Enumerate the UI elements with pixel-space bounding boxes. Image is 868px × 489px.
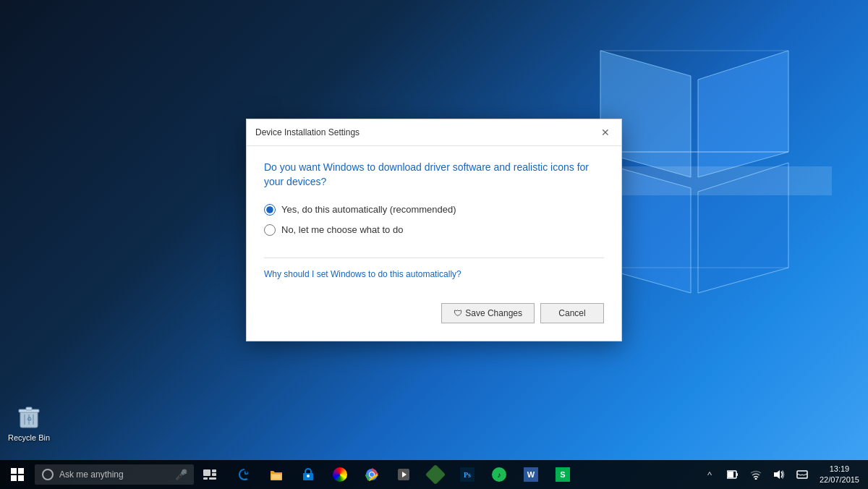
volume-svg <box>773 469 785 480</box>
cortana-icon <box>42 469 54 480</box>
why-link[interactable]: Why should I set Windows to do this auto… <box>264 269 461 279</box>
dialog-titlebar: Device Installation Settings ✕ <box>247 119 621 146</box>
taskbar-media[interactable] <box>388 460 420 489</box>
taskbar-photoshop[interactable]: Ps <box>451 460 483 489</box>
battery-icon[interactable] <box>721 460 744 489</box>
option-yes[interactable]: Yes, do this automatically (recommended) <box>264 204 604 216</box>
dialog-overlay: Device Installation Settings ✕ Do you wa… <box>0 0 868 460</box>
save-changes-button[interactable]: 🛡 Save Changes <box>441 303 535 323</box>
svg-rect-35 <box>736 473 738 476</box>
mic-icon[interactable]: 🎤 <box>175 469 187 480</box>
cortana-app-icon <box>333 467 347 482</box>
svg-rect-16 <box>18 468 24 474</box>
svg-rect-17 <box>11 475 17 481</box>
wifi-svg <box>750 469 762 480</box>
option-yes-label: Yes, do this automatically (recommended) <box>281 204 456 215</box>
task-view-button[interactable] <box>194 460 226 489</box>
taskbar-edge[interactable] <box>229 460 260 489</box>
taskbar-system-tray: ^ <box>698 460 868 489</box>
photoshop-icon: Ps <box>460 467 475 482</box>
taskbar-word[interactable]: W <box>515 460 547 489</box>
option-yes-radio[interactable] <box>264 204 276 216</box>
windows-start-icon <box>11 468 24 481</box>
dialog-title: Device Installation Settings <box>255 127 359 137</box>
svg-point-36 <box>754 478 757 480</box>
explorer-icon <box>269 467 284 482</box>
svg-rect-15 <box>11 468 17 474</box>
dialog-close-button[interactable]: ✕ <box>598 125 613 140</box>
option-no-radio[interactable] <box>264 224 276 236</box>
ubisoft-icon <box>425 464 446 485</box>
desktop: ♻ Recycle Bin Device Installation Settin… <box>0 0 868 489</box>
dialog-question: Do you want Windows to download driver s… <box>264 161 604 189</box>
cancel-button[interactable]: Cancel <box>540 303 604 323</box>
clock-time: 13:19 <box>830 464 850 475</box>
svg-rect-25 <box>272 475 281 479</box>
dialog-body: Do you want Windows to download driver s… <box>247 146 621 340</box>
taskbar-app1[interactable] <box>324 460 356 489</box>
svg-point-30 <box>370 472 374 477</box>
chrome-icon <box>365 467 379 482</box>
start-button[interactable] <box>0 460 35 489</box>
battery-svg <box>727 470 739 479</box>
taskbar-chrome[interactable] <box>356 460 388 489</box>
save-label: Save Changes <box>465 308 522 318</box>
svg-rect-22 <box>203 477 208 480</box>
taskbar-search[interactable]: Ask me anything 🎤 <box>35 464 194 485</box>
taskbar-ubisoft[interactable] <box>420 460 451 489</box>
svg-rect-18 <box>18 475 24 481</box>
svg-rect-34 <box>728 472 733 477</box>
system-tray-expand[interactable]: ^ <box>698 460 721 489</box>
search-text: Ask me anything <box>59 469 124 480</box>
svg-marker-37 <box>774 470 780 479</box>
spotify-icon: ♪ <box>492 467 506 482</box>
notifications-icon[interactable] <box>791 460 814 489</box>
word-icon: W <box>524 467 538 482</box>
dialog-footer: 🛡 Save Changes Cancel <box>264 297 604 326</box>
dialog-options: Yes, do this automatically (recommended)… <box>264 204 604 236</box>
svg-rect-20 <box>212 469 216 472</box>
taskbar-app-s[interactable]: S <box>547 460 579 489</box>
svg-point-27 <box>307 475 310 477</box>
store-icon <box>301 467 315 482</box>
dialog-link-area: Why should I set Windows to do this auto… <box>264 258 604 289</box>
svg-rect-19 <box>203 469 210 476</box>
task-view-icon <box>203 469 216 480</box>
taskbar-clock[interactable]: 13:19 22/07/2015 <box>814 460 865 489</box>
wifi-icon[interactable] <box>744 460 767 489</box>
shield-icon: 🛡 <box>454 308 462 318</box>
svg-rect-23 <box>209 477 216 480</box>
device-installation-dialog: Device Installation Settings ✕ Do you wa… <box>246 119 622 341</box>
taskbar-explorer[interactable] <box>260 460 292 489</box>
taskbar: Ask me anything 🎤 <box>0 460 868 489</box>
taskbar-store[interactable] <box>292 460 324 489</box>
volume-icon[interactable] <box>767 460 791 489</box>
option-no-label: No, let me choose what to do <box>281 224 403 235</box>
svg-rect-21 <box>212 473 216 476</box>
clock-date: 22/07/2015 <box>820 475 859 485</box>
app-s-icon: S <box>556 467 570 482</box>
option-no[interactable]: No, let me choose what to do <box>264 224 604 236</box>
media-icon <box>396 467 411 482</box>
notifications-svg <box>796 469 808 480</box>
edge-icon <box>237 467 252 482</box>
taskbar-apps: Ps ♪ W S <box>229 460 579 489</box>
taskbar-spotify[interactable]: ♪ <box>483 460 515 489</box>
